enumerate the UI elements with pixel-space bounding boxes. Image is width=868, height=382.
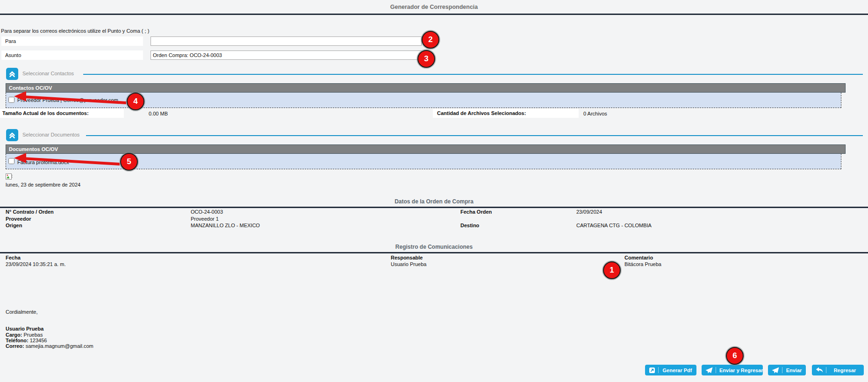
collapse-documents-button[interactable] [6,129,18,141]
documents-size-label: Tamaño Actual de los documentos: [0,109,124,118]
asunto-label: Asunto [1,50,143,60]
page-title: Generador de Correspondencia [0,4,868,10]
comms-row-responsable: Usuario Prueba [391,261,426,267]
order-row-label: Destino [460,223,479,228]
pdf-export-icon [649,367,655,374]
double-chevron-up-icon [8,70,16,78]
document-checkbox[interactable] [8,158,14,164]
button-divider [826,367,826,373]
order-row-label: Proveedor [6,216,31,222]
order-row-value: 23/09/2024 [576,209,602,215]
order-row-label: N° Contrato / Orden [6,209,54,215]
broken-image-icon [6,173,13,181]
comms-header-comentario: Comentario [624,255,653,260]
signature-cargo: Cargo:Pruebas [6,332,43,338]
email-separator-instruction: Para separar los correos electrónicos ut… [1,28,149,34]
order-row-value: OCO-24-0003 [191,209,223,215]
comms-row-fecha: 23/09/2024 10:35:21 a. m. [6,261,65,267]
comms-log-title: Registro de Comunicaciones [0,244,868,250]
double-chevron-up-icon [8,131,16,139]
annotation-circle-1: 1 [603,261,621,279]
document-item-label: Factura proforma.docx [17,159,69,165]
annotation-circle-2: 2 [422,31,439,49]
para-label: Para [1,36,143,46]
correspondence-generator-page: Generador de Correspondencia Para separa… [0,0,868,382]
order-row-value: MANZANILLO ZLO - MEXICO [191,223,260,228]
order-row-value: Proveedor 1 [191,216,219,222]
send-button[interactable]: Enviar [768,365,806,375]
comms-log-divider [0,252,868,253]
annotation-circle-6: 6 [726,347,744,365]
contact-item-label: Proveedor Prueba | Correo@proveedor.com [17,97,118,103]
contacts-panel-header: Contactos OC/OV [6,83,846,93]
closing-line: Cordialmente, [6,309,37,315]
annotation-circle-4: 4 [127,93,144,110]
collapse-contacts-button[interactable] [6,68,18,80]
comms-row-comentario: Bitácora Prueba [624,261,661,267]
order-data-divider [0,207,868,208]
para-input[interactable] [151,36,422,46]
asunto-input[interactable] [151,50,422,60]
annotation-circle-3: 3 [417,50,435,68]
generate-pdf-button[interactable]: Generar Pdf [645,365,696,375]
order-row-label: Origen [6,223,22,228]
contact-checkbox[interactable] [8,97,14,103]
return-button[interactable]: Regresar [812,365,864,375]
order-row-label: Fecha Orden [460,209,492,215]
back-arrow-icon [816,367,823,373]
annotation-circle-5: 5 [120,153,138,171]
documents-size-value: 0.00 MB [149,111,168,116]
title-divider [0,14,868,15]
contacts-section-label: Seleccionar Contactos [22,71,74,76]
button-divider [782,367,782,373]
signature-telefono: Teléfono:123456 [6,338,47,343]
order-data-title: Datos de la Orden de Compra [0,198,868,205]
paper-plane-icon [772,367,779,374]
order-row-value: CARTAGENA CTG - COLOMBIA [576,223,652,228]
paper-plane-icon [705,367,713,374]
documents-panel-header: Documentos OC/OV [6,144,846,154]
button-divider [658,367,659,373]
button-divider [716,367,716,373]
signature-correo: Correo:samejia.magnum@gmail.com [6,343,93,349]
documents-section-label: Seleccionar Documentos [22,132,79,137]
signature-name: Usuario Prueba [6,326,43,332]
selected-files-count-label: Cantidad de Archivos Selecionados: [433,109,579,118]
contacts-section-rule [83,74,863,75]
documents-section-rule [86,135,863,136]
comms-header-responsable: Responsable [391,255,423,260]
comms-header-fecha: Fecha [6,255,21,260]
selected-files-count-value: 0 Archivos [583,111,607,116]
letter-date-line: lunes, 23 de septiembre de 2024 [6,182,80,187]
send-and-return-button[interactable]: Enviar y Regresar [702,365,763,375]
